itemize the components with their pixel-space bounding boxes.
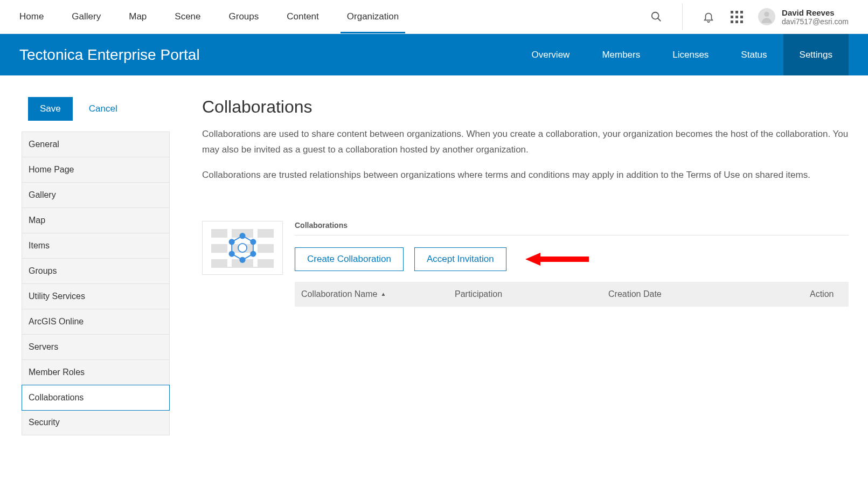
accept-invitation-button[interactable]: Accept Invitation [414, 247, 506, 271]
svg-marker-16 [525, 253, 589, 266]
apps-icon[interactable] [730, 10, 743, 23]
sidebar-item-member-roles[interactable]: Member Roles [22, 360, 169, 385]
bell-icon[interactable] [702, 10, 715, 23]
col-action: Action [810, 289, 842, 299]
col-participation[interactable]: Participation [455, 289, 608, 299]
svg-point-3 [239, 233, 245, 239]
sidebar-item-security[interactable]: Security [22, 410, 169, 435]
svg-line-1 [658, 18, 661, 22]
nav-scene[interactable]: Scene [175, 1, 200, 33]
main-content: Collaborations Collaborations are used t… [202, 97, 849, 307]
sort-asc-icon: ▲ [380, 291, 386, 297]
avatar [758, 8, 775, 25]
sidebar-item-arcgis-online[interactable]: ArcGIS Online [22, 309, 169, 335]
sidebar-item-items[interactable]: Items [22, 233, 169, 259]
nav-gallery[interactable]: Gallery [72, 1, 101, 33]
settings-sidebar: General Home Page Gallery Map Items Grou… [22, 131, 170, 435]
separator [682, 3, 683, 30]
nav-content[interactable]: Content [287, 1, 319, 33]
sidebar-item-gallery[interactable]: Gallery [22, 183, 169, 208]
cancel-button[interactable]: Cancel [89, 103, 117, 114]
org-bar: Tectonica Enterprise Portal Overview Mem… [0, 34, 868, 75]
sidebar-item-home-page[interactable]: Home Page [22, 157, 169, 183]
page-description-2: Collaborations are trusted relationships… [202, 168, 849, 183]
arrow-annotation-icon [525, 252, 590, 267]
sidebar-item-collaborations[interactable]: Collaborations [22, 385, 170, 411]
collaborations-section: Collaborations Create Collaboration Acce… [202, 221, 849, 307]
svg-line-9 [242, 235, 253, 241]
nav-groups[interactable]: Groups [229, 1, 259, 33]
sidebar-item-utility-services[interactable]: Utility Services [22, 284, 169, 309]
tab-licenses[interactable]: Licenses [656, 34, 725, 75]
svg-point-15 [238, 244, 247, 252]
top-nav-right: David Reeves davi7517@esri.com [650, 3, 849, 30]
left-column: Save Cancel General Home Page Gallery Ma… [22, 97, 170, 435]
nav-map[interactable]: Map [129, 1, 147, 33]
page-title: Collaborations [202, 97, 849, 117]
top-nav: Home Gallery Map Scene Groups Content Or… [0, 0, 868, 34]
user-menu[interactable]: David Reeves davi7517@esri.com [758, 8, 849, 26]
collaboration-thumbnail [202, 221, 283, 275]
col-creation-date[interactable]: Creation Date [608, 289, 810, 299]
page-description-1: Collaborations are used to share content… [202, 127, 849, 158]
nav-organization[interactable]: Organization [347, 1, 399, 33]
user-email: davi7517@esri.com [782, 17, 849, 26]
org-title: Tectonica Enterprise Portal [19, 46, 516, 64]
sidebar-item-groups[interactable]: Groups [22, 259, 169, 284]
network-icon [226, 231, 259, 265]
tab-settings[interactable]: Settings [783, 34, 849, 75]
svg-point-0 [652, 12, 659, 19]
sidebar-item-general[interactable]: General [22, 132, 169, 157]
save-button[interactable]: Save [28, 97, 73, 121]
top-nav-links: Home Gallery Map Scene Groups Content Or… [19, 1, 650, 33]
svg-point-6 [239, 257, 245, 262]
user-name: David Reeves [782, 8, 849, 17]
svg-line-14 [232, 235, 242, 241]
sidebar-item-map[interactable]: Map [22, 208, 169, 233]
table-header: Collaboration Name ▲ Participation Creat… [295, 282, 849, 307]
nav-home[interactable]: Home [19, 1, 44, 33]
tab-members[interactable]: Members [586, 34, 656, 75]
tab-overview[interactable]: Overview [516, 34, 586, 75]
create-collaboration-button[interactable]: Create Collaboration [295, 247, 404, 271]
svg-line-11 [242, 254, 253, 260]
section-label: Collaborations [295, 221, 849, 235]
search-icon[interactable] [650, 10, 663, 23]
svg-line-12 [232, 254, 242, 260]
org-tabs: Overview Members Licenses Status Setting… [516, 34, 849, 75]
svg-point-2 [764, 12, 769, 17]
col-collaboration-name[interactable]: Collaboration Name ▲ [301, 289, 455, 299]
sidebar-item-servers[interactable]: Servers [22, 335, 169, 360]
col-label: Collaboration Name [301, 289, 377, 299]
tab-status[interactable]: Status [725, 34, 783, 75]
